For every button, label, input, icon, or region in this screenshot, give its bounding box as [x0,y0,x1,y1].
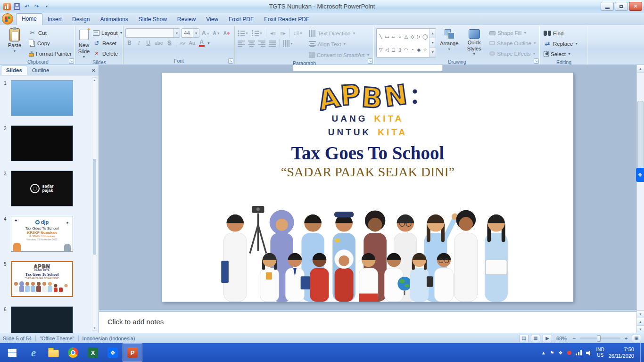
convert-smartart-button[interactable]: Convert to SmartArt▼ [307,50,372,60]
shape-line-icon[interactable]: ╲ [378,33,384,40]
dropbox-tray-icon[interactable]: ❖ [559,350,563,355]
dropbox-icon[interactable]: ❖ [103,343,123,362]
slide-thumbnail-6[interactable]: 6 [4,306,90,333]
font-size-combo[interactable]: 44▼ [182,28,199,38]
notes-pane[interactable]: Click to add notes [99,312,636,333]
copy-button[interactable]: Copy [27,38,73,48]
restore-button[interactable] [615,2,628,11]
notification-dot-icon[interactable] [567,351,571,355]
shape-ellipse-icon[interactable]: ○ [396,33,403,40]
shape-star-icon[interactable]: ☆ [422,47,428,53]
font-color-button[interactable]: A [198,38,206,48]
shape-diamond-icon[interactable]: ◇ [409,33,415,40]
redo-icon[interactable]: ↷ [33,2,41,11]
format-painter-button[interactable]: Format Painter [27,49,73,58]
grow-font-button[interactable]: A▲ [201,28,211,38]
zoom-slider[interactable] [580,337,620,339]
numbering-button[interactable]: ▼ [251,28,264,38]
find-button[interactable]: Find [542,28,586,38]
shapes-scroll-up-icon[interactable]: ▲ [429,29,436,38]
excel-icon[interactable]: X [83,343,103,362]
paragraph-dialog-launcher[interactable]: ↘ [368,58,373,64]
shape-effects-button[interactable]: Shape Effects▼ [488,49,538,58]
action-center-flag-icon[interactable]: ⚑ [550,350,554,355]
panel-tab-outline[interactable]: Outline [27,66,54,75]
underline-button[interactable]: U [144,38,152,48]
clear-formatting-button[interactable]: A◆ [223,28,231,38]
slide-thumbnail-3[interactable]: 3 sadar pajak [4,171,90,206]
drawing-dialog-launcher[interactable]: ↘ [534,58,539,64]
taskbar-clock[interactable]: 7:50 26/11/2020 [609,346,636,360]
shape-triangle-icon[interactable]: △ [403,33,409,40]
shape-arrow-icon[interactable]: ▷ [416,33,422,40]
minimize-button[interactable] [601,2,614,11]
shrink-font-button[interactable]: A▼ [212,28,221,38]
shape-solid-diamond-icon[interactable]: ◆ [416,47,422,53]
panel-close-icon[interactable]: ✕ [91,68,96,73]
select-button[interactable]: Select▼ [542,49,586,59]
replace-button[interactable]: ⇄Replace▼ [542,39,586,49]
scrollbar-thumb[interactable] [93,159,96,255]
language-switcher[interactable]: IND US [596,347,604,359]
align-center-button[interactable] [247,39,256,48]
zoom-slider-thumb[interactable] [597,335,601,342]
slide-thumbnail-4[interactable]: 4 ✦ ★ djp Tax Goes To School KP2KP Nunuk… [4,216,90,252]
internet-explorer-icon[interactable]: e [24,343,43,362]
slide-thumbnail-2[interactable]: 2 [4,125,90,161]
slide-canvas[interactable]: APBN UANG KITA UNTUK KITA Tax Goes To Sc… [162,73,573,302]
columns-button[interactable]: ▼ [282,39,294,48]
tab-insert[interactable]: Insert [42,14,67,25]
text-direction-button[interactable]: Text Direction▼ [307,28,372,38]
justify-button[interactable] [268,39,277,48]
reset-button[interactable]: ↺Reset [91,38,124,48]
align-right-button[interactable] [257,39,266,48]
increase-indent-button[interactable]: ≡▸ [279,28,287,38]
font-name-combo[interactable]: ▼ [125,28,180,38]
zoom-in-button[interactable]: + [623,335,629,342]
slide-title[interactable]: Tax Goes To School [162,142,573,164]
powerpoint-taskbar-icon[interactable]: P [123,343,142,362]
volume-icon[interactable] [586,350,592,355]
bold-button[interactable]: B [125,38,133,48]
shape-rectangle-icon[interactable]: ▭ [384,33,390,40]
text-shadow-button[interactable]: S [165,38,173,48]
tab-foxit-pdf[interactable]: Foxit PDF [223,14,259,25]
align-text-button[interactable]: Align Text▼ [307,39,372,49]
shape-square-icon[interactable]: ◻ [390,47,396,53]
scroll-down-icon[interactable]: ▼ [92,326,97,330]
save-icon[interactable] [13,2,21,11]
delete-button[interactable]: ✕Delete [91,49,124,58]
italic-button[interactable]: I [135,38,143,48]
font-dialog-launcher[interactable]: ↘ [228,58,233,64]
slide-thumbnail-1[interactable]: 1 [4,80,90,116]
apbn-logo[interactable]: APBN [162,83,573,110]
tab-view[interactable]: View [201,14,223,25]
tab-slide-show[interactable]: Slide Show [133,14,172,25]
thumbnail-scrollbar[interactable]: ▲ ▼ [92,77,97,331]
zoom-level[interactable]: 68% [554,336,569,341]
change-case-button[interactable]: Aa [188,38,196,48]
shape-parallelogram-icon[interactable]: ▱ [390,33,396,40]
clipboard-dialog-launcher[interactable]: ↘ [69,58,74,64]
network-icon[interactable] [576,350,582,355]
qat-customize-chevron-icon[interactable]: ▾ [42,2,51,11]
cut-button[interactable]: ✂Cut [27,28,73,38]
shape-circle-icon[interactable]: ◯ [422,33,428,40]
layout-button[interactable]: Layout▼ [91,28,124,38]
tab-foxit-reader-pdf[interactable]: Foxit Reader PDF [259,14,314,25]
quick-styles-button[interactable]: Quick Styles ▼ [462,27,486,56]
tagline-line1[interactable]: UANG KITA [162,114,573,124]
theme-indicator[interactable]: "Office Theme" [40,336,74,341]
undo-icon[interactable]: ↶ [23,2,31,11]
scroll-down-icon[interactable]: ▼ [637,310,644,318]
file-explorer-icon[interactable] [43,343,63,362]
slide-editing-canvas[interactable]: APBN UANG KITA UNTUK KITA Tax Goes To Sc… [99,65,636,309]
decrease-indent-button[interactable]: ◂≡ [269,28,277,38]
thumbnail-preview-3[interactable]: sadar pajak [11,171,73,206]
tab-design[interactable]: Design [67,14,95,25]
previous-slide-button[interactable]: ▲ [637,318,644,325]
scroll-up-icon[interactable]: ▲ [92,78,97,82]
fit-to-window-button[interactable]: ▣ [632,335,641,342]
thumbnail-preview-2[interactable] [11,125,73,161]
new-slide-button[interactable]: New Slide ▼ [77,27,91,59]
